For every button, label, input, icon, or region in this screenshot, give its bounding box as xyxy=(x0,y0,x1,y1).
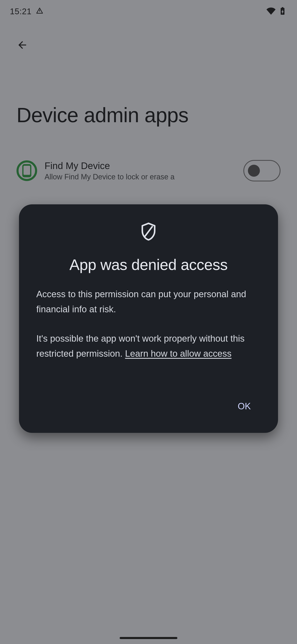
shield-slash-icon xyxy=(36,222,261,242)
svg-line-0 xyxy=(144,226,153,237)
access-denied-dialog: App was denied access Access to this per… xyxy=(19,204,278,433)
ok-button[interactable]: OK xyxy=(228,396,261,416)
dialog-body-1: Access to this permission can put your p… xyxy=(36,287,261,317)
gesture-nav-handle[interactable] xyxy=(120,637,177,639)
dialog-body-2: It's possible the app won't work properl… xyxy=(36,331,261,361)
dialog-title: App was denied access xyxy=(36,256,261,274)
learn-how-link[interactable]: Learn how to allow access xyxy=(125,348,231,358)
